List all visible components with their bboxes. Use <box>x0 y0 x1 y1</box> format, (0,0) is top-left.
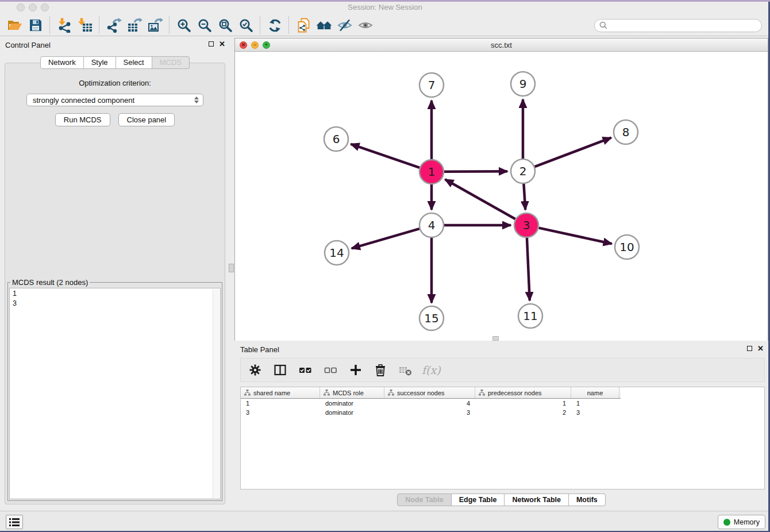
close-panel-icon[interactable]: ✕ <box>219 41 225 47</box>
delete-column-button[interactable] <box>374 364 387 377</box>
tab-edge-table[interactable]: Edge Table <box>452 494 505 506</box>
app-window-title: Session: New Session <box>0 3 770 11</box>
deselect-all-columns-button[interactable] <box>324 364 337 376</box>
zoom-in-button[interactable] <box>174 16 194 35</box>
tab-node-table[interactable]: Node Table <box>397 494 451 506</box>
close-table-panel-icon[interactable]: ✕ <box>757 345 764 352</box>
graph-edge-3-1[interactable] <box>445 179 515 219</box>
network-canvas[interactable]: 7968124314101511 <box>235 52 768 341</box>
column-view-button[interactable] <box>274 364 287 376</box>
table-cell[interactable]: dominator <box>320 400 384 407</box>
column-tree-icon <box>324 390 330 396</box>
export-network-button[interactable] <box>103 16 124 35</box>
add-column-button[interactable] <box>349 364 362 376</box>
graph-node-7[interactable]: 7 <box>419 73 444 97</box>
tab-style[interactable]: Style <box>84 56 116 69</box>
search-input[interactable] <box>610 21 757 30</box>
tab-select[interactable]: Select <box>116 56 152 69</box>
graph-edge-3-11[interactable] <box>527 238 530 300</box>
graph-node-4[interactable]: 4 <box>419 213 444 237</box>
float-table-panel-icon[interactable] <box>747 346 752 351</box>
column-header-mcds-role[interactable]: MCDS role <box>320 387 384 398</box>
graph-edge-4-14[interactable] <box>352 229 419 248</box>
close-panel-button[interactable]: Close panel <box>118 113 175 126</box>
graph-node-6[interactable]: 6 <box>324 127 348 151</box>
search-field[interactable] <box>594 19 762 32</box>
network-zoom-button[interactable]: + <box>263 41 270 49</box>
graph-edge-1-2[interactable] <box>444 171 507 172</box>
table-cell[interactable]: dominator <box>320 409 384 416</box>
export-table-button[interactable] <box>124 16 145 35</box>
memory-button[interactable]: Memory <box>718 515 765 529</box>
mcds-result-box: MCDS result (2 nodes) 1 3 <box>7 278 222 501</box>
float-panel-icon[interactable] <box>209 41 214 47</box>
optimization-criterion-select[interactable]: strongly connected component <box>26 94 203 106</box>
column-header-predecessor-nodes[interactable]: predecessor nodes <box>475 387 571 398</box>
graph-node-15[interactable]: 15 <box>419 306 444 330</box>
graph-node-11[interactable]: 11 <box>518 304 542 328</box>
table-panel-title: Table Panel <box>240 345 279 354</box>
graph-node-14[interactable]: 14 <box>325 241 349 265</box>
node-table[interactable]: shared nameMCDS rolesuccessor nodesprede… <box>240 387 765 489</box>
graph-edge-3-10[interactable] <box>538 228 611 244</box>
table-row[interactable]: 3dominator323 <box>241 408 764 417</box>
import-network-button[interactable] <box>54 16 75 35</box>
tab-mcds[interactable]: MCDS <box>152 56 190 69</box>
zoom-fit-button[interactable] <box>215 16 236 35</box>
column-header-name[interactable]: name <box>571 387 619 398</box>
apply-layout-button[interactable] <box>264 16 285 35</box>
network-close-button[interactable]: ✕ <box>240 41 247 49</box>
graph-node-3[interactable]: 3 <box>514 213 538 237</box>
toolbar-separator <box>99 17 100 34</box>
table-cell[interactable]: 1 <box>475 400 571 407</box>
show-graphics-details-button[interactable] <box>355 16 376 35</box>
tab-motifs[interactable]: Motifs <box>569 494 606 506</box>
table-cell[interactable]: 1 <box>571 400 619 407</box>
app-titlebar: Session: New Session <box>0 0 770 16</box>
column-header-shared-name[interactable]: shared name <box>241 387 320 398</box>
zoom-out-button[interactable] <box>194 16 215 35</box>
run-mcds-button[interactable]: Run MCDS <box>55 113 110 126</box>
svg-text:4: 4 <box>428 218 436 232</box>
control-panel-tabs: NetworkStyleSelectMCDS <box>0 56 230 69</box>
graph-edge-2-3[interactable] <box>523 184 525 210</box>
status-bar: Memory <box>0 511 770 532</box>
table-cell[interactable]: 4 <box>384 400 475 407</box>
panel-splitter-handle[interactable] <box>229 264 234 272</box>
graph-node-2[interactable]: 2 <box>511 159 535 183</box>
graph-node-8[interactable]: 8 <box>614 120 638 144</box>
graph-node-1[interactable]: 1 <box>419 160 444 184</box>
graph-edge-1-6[interactable] <box>351 144 420 168</box>
graph-node-10[interactable]: 10 <box>615 235 639 259</box>
network-minimize-button[interactable]: − <box>251 41 259 49</box>
svg-text:15: 15 <box>424 311 438 325</box>
table-row[interactable]: 1dominator411 <box>241 399 764 408</box>
result-scrollbar[interactable] <box>213 289 220 498</box>
home-button[interactable] <box>314 16 334 35</box>
network-table-splitter-handle[interactable] <box>492 336 499 341</box>
zoom-selected-button[interactable] <box>236 16 256 35</box>
task-history-button[interactable] <box>6 515 23 529</box>
svg-text:1: 1 <box>428 165 436 179</box>
table-cell[interactable]: 3 <box>384 409 475 416</box>
graph-edge-2-8[interactable] <box>535 138 611 167</box>
table-cell[interactable]: 2 <box>475 409 571 416</box>
export-image-button[interactable] <box>145 16 165 35</box>
open-session-button[interactable] <box>5 16 25 35</box>
network-file-button[interactable] <box>293 16 314 35</box>
select-all-columns-button[interactable] <box>299 364 312 376</box>
hide-graphics-details-button[interactable] <box>334 16 355 35</box>
tab-network-table[interactable]: Network Table <box>505 494 569 506</box>
graph-node-9[interactable]: 9 <box>511 72 535 96</box>
table-header-row: shared nameMCDS rolesuccessor nodesprede… <box>241 387 621 399</box>
function-builder-button: f(x) <box>422 364 441 376</box>
table-cell[interactable]: 3 <box>571 409 619 416</box>
network-window-titlebar[interactable]: ✕ − + scc.txt <box>235 38 768 52</box>
tab-network[interactable]: Network <box>40 56 84 69</box>
column-header-successor-nodes[interactable]: successor nodes <box>384 387 475 398</box>
table-cell[interactable]: 1 <box>241 400 320 407</box>
table-cell[interactable]: 3 <box>241 409 320 416</box>
save-session-button[interactable] <box>25 16 46 35</box>
table-settings-button[interactable] <box>249 364 261 376</box>
import-table-button[interactable] <box>75 16 95 35</box>
